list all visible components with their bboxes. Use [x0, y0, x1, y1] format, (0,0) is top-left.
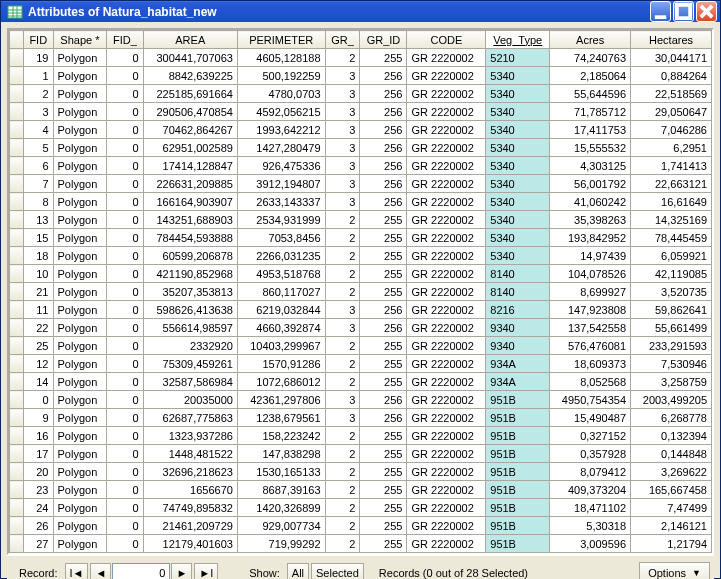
cell[interactable]: 0 [107, 157, 143, 175]
cell[interactable]: 290506,470854 [143, 103, 237, 121]
cell[interactable]: 166164,903907 [143, 193, 237, 211]
cell[interactable]: 2 [325, 265, 360, 283]
row-header[interactable] [10, 463, 24, 481]
cell[interactable]: 3 [325, 391, 360, 409]
cell[interactable]: 3 [325, 103, 360, 121]
column-header[interactable]: GR_ID [360, 31, 407, 49]
cell[interactable]: 4592,056215 [237, 103, 325, 121]
cell[interactable]: 255 [360, 49, 407, 67]
cell[interactable]: Polygon [53, 445, 107, 463]
cell[interactable]: GR 2220002 [407, 157, 486, 175]
cell[interactable]: 256 [360, 319, 407, 337]
cell[interactable]: 74,240763 [550, 49, 631, 67]
cell[interactable]: 300441,707063 [143, 49, 237, 67]
cell[interactable]: 576,476081 [550, 337, 631, 355]
cell[interactable]: 2633,143337 [237, 193, 325, 211]
cell[interactable]: 35207,353813 [143, 283, 237, 301]
cell[interactable]: 0 [107, 229, 143, 247]
cell[interactable]: 6,2951 [631, 139, 712, 157]
row-header[interactable] [10, 229, 24, 247]
cell[interactable]: 1072,686012 [237, 373, 325, 391]
cell[interactable]: 598626,413638 [143, 301, 237, 319]
cell[interactable]: 8216 [486, 301, 550, 319]
cell[interactable]: 78,445459 [631, 229, 712, 247]
table-row[interactable]: 27Polygon012179,401603719,992922255GR 22… [10, 535, 712, 553]
cell[interactable]: 719,99292 [237, 535, 325, 553]
cell[interactable]: 951B [486, 445, 550, 463]
title-bar[interactable]: Attributes of Natura_habitat_new [1, 1, 720, 22]
cell[interactable]: GR 2220002 [407, 49, 486, 67]
cell[interactable]: 3 [325, 193, 360, 211]
cell[interactable]: 5340 [486, 247, 550, 265]
cell[interactable]: 17 [24, 445, 54, 463]
row-header[interactable] [10, 175, 24, 193]
cell[interactable]: 256 [360, 103, 407, 121]
cell[interactable]: GR 2220002 [407, 67, 486, 85]
cell[interactable]: 255 [360, 517, 407, 535]
cell[interactable]: 20 [24, 463, 54, 481]
row-header[interactable] [10, 337, 24, 355]
cell[interactable]: 556614,98597 [143, 319, 237, 337]
table-row[interactable]: 10Polygon0421190,8529684953,5187682255GR… [10, 265, 712, 283]
row-header[interactable] [10, 157, 24, 175]
minimize-button[interactable] [650, 1, 671, 22]
cell[interactable]: Polygon [53, 319, 107, 337]
cell[interactable]: GR 2220002 [407, 193, 486, 211]
cell[interactable]: 19 [24, 49, 54, 67]
cell[interactable]: 193,842952 [550, 229, 631, 247]
cell[interactable]: 5340 [486, 229, 550, 247]
table-scroll[interactable]: FIDShape *FID_AREAPERIMETERGR_GR_IDCODEV… [7, 28, 714, 555]
show-all-button[interactable]: All [287, 563, 309, 580]
cell[interactable]: 934A [486, 355, 550, 373]
cell[interactable]: 70462,864267 [143, 121, 237, 139]
cell[interactable]: 2 [325, 373, 360, 391]
table-row[interactable]: 23Polygon016566708687,391632255GR 222000… [10, 481, 712, 499]
row-header[interactable] [10, 535, 24, 553]
cell[interactable]: 32696,218623 [143, 463, 237, 481]
cell[interactable]: 255 [360, 265, 407, 283]
cell[interactable]: 5340 [486, 157, 550, 175]
cell[interactable]: 22,518569 [631, 85, 712, 103]
cell[interactable]: 0 [107, 481, 143, 499]
maximize-button[interactable] [673, 1, 694, 22]
cell[interactable]: 2 [325, 247, 360, 265]
cell[interactable]: 0 [24, 391, 54, 409]
cell[interactable]: 0 [107, 445, 143, 463]
cell[interactable]: 256 [360, 121, 407, 139]
cell[interactable]: 0,327152 [550, 427, 631, 445]
cell[interactable]: 951B [486, 391, 550, 409]
cell[interactable]: 0 [107, 373, 143, 391]
row-header[interactable] [10, 211, 24, 229]
cell[interactable]: GR 2220002 [407, 481, 486, 499]
cell[interactable]: 23 [24, 481, 54, 499]
cell[interactable]: GR 2220002 [407, 535, 486, 553]
cell[interactable]: 0 [107, 355, 143, 373]
cell[interactable]: 6,059921 [631, 247, 712, 265]
cell[interactable]: 24 [24, 499, 54, 517]
cell[interactable]: 3 [325, 157, 360, 175]
options-button[interactable]: Options▼ [639, 562, 710, 580]
cell[interactable]: 256 [360, 391, 407, 409]
cell[interactable]: 74749,895832 [143, 499, 237, 517]
cell[interactable]: GR 2220002 [407, 229, 486, 247]
cell[interactable]: 60599,206878 [143, 247, 237, 265]
cell[interactable]: 255 [360, 445, 407, 463]
table-row[interactable]: 22Polygon0556614,985974660,3928743256GR … [10, 319, 712, 337]
cell[interactable]: GR 2220002 [407, 103, 486, 121]
cell[interactable]: 158,223242 [237, 427, 325, 445]
cell[interactable]: 6,268778 [631, 409, 712, 427]
cell[interactable]: GR 2220002 [407, 121, 486, 139]
cell[interactable]: 0 [107, 337, 143, 355]
cell[interactable]: Polygon [53, 139, 107, 157]
cell[interactable]: GR 2220002 [407, 463, 486, 481]
cell[interactable]: Polygon [53, 391, 107, 409]
cell[interactable]: 2,185064 [550, 67, 631, 85]
cell[interactable]: 3 [325, 139, 360, 157]
cell[interactable]: 55,661499 [631, 319, 712, 337]
cell[interactable]: Polygon [53, 49, 107, 67]
cell[interactable]: 8687,39163 [237, 481, 325, 499]
cell[interactable]: 5 [24, 139, 54, 157]
cell[interactable]: 26 [24, 517, 54, 535]
cell[interactable]: Polygon [53, 193, 107, 211]
cell[interactable]: 147,838298 [237, 445, 325, 463]
